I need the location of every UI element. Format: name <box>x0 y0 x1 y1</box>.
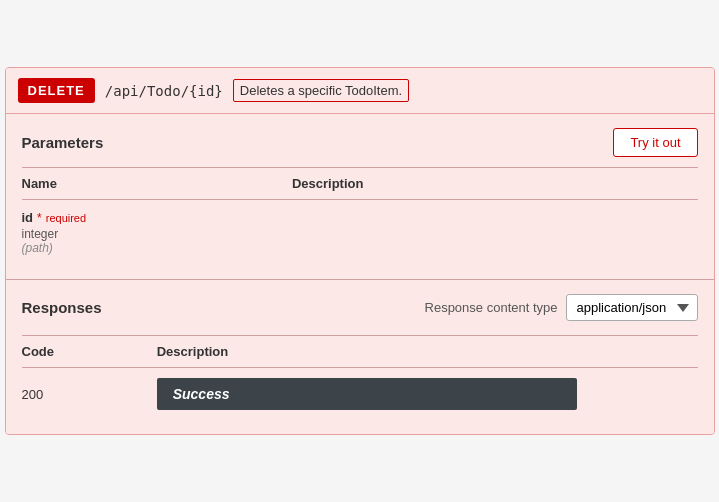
responses-section-header: Responses Response content type applicat… <box>22 294 698 321</box>
responses-title: Responses <box>22 299 102 316</box>
success-badge: Success <box>157 378 577 410</box>
param-description-cell <box>292 210 698 255</box>
required-label: required <box>46 212 86 224</box>
endpoint-description: Deletes a specific TodoItem. <box>233 79 409 102</box>
responses-column-headers: Code Description <box>22 336 698 368</box>
param-name-line: id * required <box>22 210 292 225</box>
try-it-out-button[interactable]: Try it out <box>613 128 697 157</box>
param-name: id <box>22 210 34 225</box>
content-type-select[interactable]: application/json <box>566 294 698 321</box>
parameters-section-header: Parameters Try it out <box>22 128 698 157</box>
parameters-table: Name Description id * required integer (… <box>22 167 698 265</box>
param-row: id * required integer (path) <box>22 200 698 265</box>
param-name-cell: id * required integer (path) <box>22 210 292 255</box>
response-code: 200 <box>22 387 157 402</box>
responses-table: Code Description 200 Success <box>22 335 698 420</box>
col-header-description: Description <box>292 176 698 191</box>
content-type-wrapper: Response content type application/json <box>425 294 698 321</box>
responses-section: Responses Response content type applicat… <box>6 280 714 434</box>
col-header-name: Name <box>22 176 292 191</box>
response-description: Success <box>157 378 698 410</box>
param-location: (path) <box>22 241 292 255</box>
endpoint-header: DELETE /api/Todo/{id} Deletes a specific… <box>6 68 714 114</box>
parameters-section: Parameters Try it out Name Description i… <box>6 114 714 279</box>
required-star: * <box>37 211 42 225</box>
endpoint-path: /api/Todo/{id} <box>105 83 223 99</box>
param-type: integer <box>22 227 292 241</box>
parameters-title: Parameters <box>22 134 104 151</box>
params-column-headers: Name Description <box>22 168 698 200</box>
http-method-badge: DELETE <box>18 78 95 103</box>
col-header-desc: Description <box>157 344 698 359</box>
api-endpoint-panel: DELETE /api/Todo/{id} Deletes a specific… <box>5 67 715 435</box>
col-header-code: Code <box>22 344 157 359</box>
content-type-label: Response content type <box>425 300 558 315</box>
response-row: 200 Success <box>22 368 698 420</box>
